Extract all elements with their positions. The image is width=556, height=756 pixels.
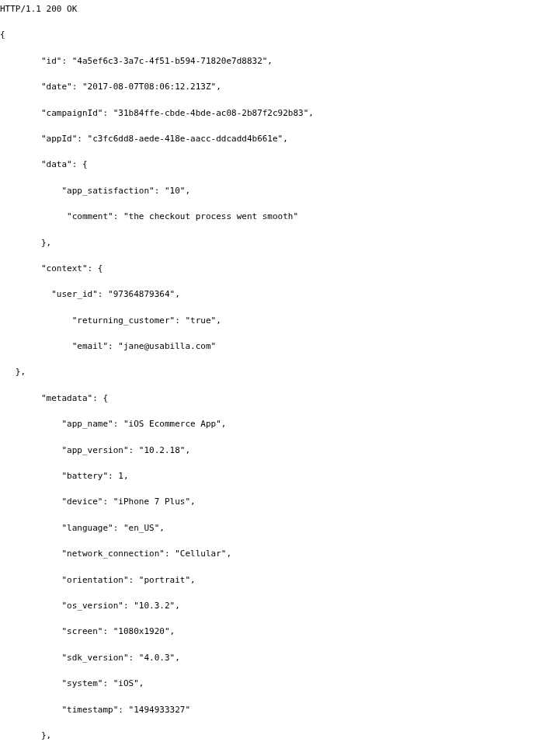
field-context-user-id: "user_id": "97364879364", [0, 288, 556, 300]
field-context-close: }, [0, 366, 556, 378]
field-data-app-satisfaction: "app_satisfaction": "10", [0, 185, 556, 197]
field-data-close: }, [0, 237, 556, 249]
field-metadata-timestamp: "timestamp": "1494933327" [0, 704, 556, 716]
field-context-open: "context": { [0, 263, 556, 274]
field-context-returning-customer: "returning_customer": "true", [0, 315, 556, 326]
field-metadata-language: "language": "en_US", [0, 522, 556, 534]
field-metadata-open: "metadata": { [0, 392, 556, 404]
field-metadata-os-version: "os_version": "10.3.2", [0, 600, 556, 611]
field-id: "id": "4a5ef6c3-3a7c-4f51-b594-71820e7d8… [0, 55, 556, 67]
field-metadata-battery: "battery": 1, [0, 470, 556, 482]
field-data-comment: "comment": "the checkout process went sm… [0, 211, 556, 222]
field-metadata-sdk-version: "sdk_version": "4.0.3", [0, 652, 556, 664]
field-campaignId: "campaignId": "31b84ffe-cbde-4bde-ac08-2… [0, 107, 556, 119]
field-metadata-network-connection: "network_connection": "Cellular", [0, 548, 556, 559]
field-metadata-orientation: "orientation": "portrait", [0, 574, 556, 586]
field-metadata-app-version: "app_version": "10.2.18", [0, 444, 556, 456]
json-open-brace: { [0, 29, 556, 40]
http-status-line: HTTP/1.1 200 OK [0, 3, 556, 15]
field-metadata-app-name: "app_name": "iOS Ecommerce App", [0, 418, 556, 430]
json-response-document: HTTP/1.1 200 OK { "id": "4a5ef6c3-3a7c-4… [0, 0, 556, 756]
field-context-email: "email": "jane@usabilla.com" [0, 340, 556, 352]
field-metadata-close: }, [0, 730, 556, 741]
field-data-open: "data": { [0, 159, 556, 170]
field-metadata-device: "device": "iPhone 7 Plus", [0, 496, 556, 507]
field-date: "date": "2017-08-07T08:06:12.213Z", [0, 81, 556, 92]
field-metadata-system: "system": "iOS", [0, 678, 556, 689]
field-appId: "appId": "c3fc6dd8-aede-418e-aacc-ddcadd… [0, 133, 556, 145]
field-metadata-screen: "screen": "1080x1920", [0, 625, 556, 637]
